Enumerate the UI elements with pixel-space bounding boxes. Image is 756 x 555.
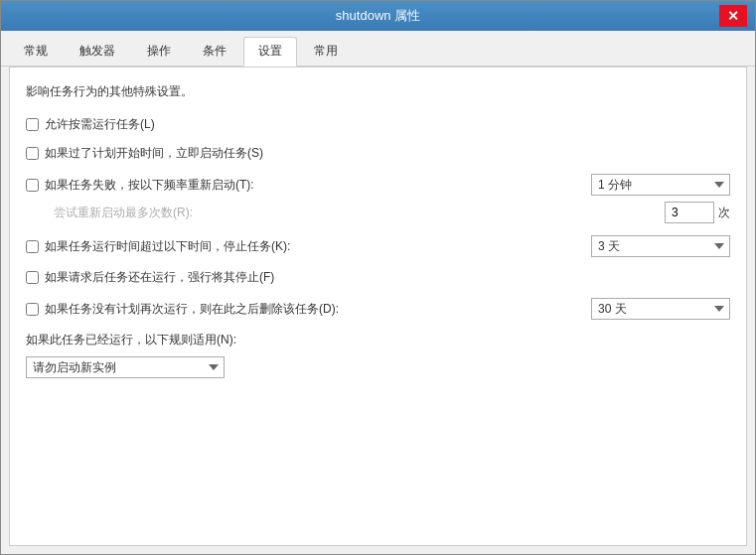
tab-common[interactable]: 常用 — [299, 37, 353, 66]
section-description: 影响任务行为的其他特殊设置。 — [26, 83, 730, 100]
tab-bar: 常规 触发器 操作 条件 设置 常用 — [1, 31, 755, 67]
already-running-section: 如果此任务已经运行，以下规则适用(N): 请勿启动新实例 并行运行新实例 将新实… — [26, 332, 730, 378]
allow-demand-checkbox[interactable] — [26, 118, 39, 131]
stop-long-checkbox[interactable] — [26, 240, 39, 253]
tab-settings[interactable]: 设置 — [243, 37, 297, 67]
retry-count-row: 尝试重新启动最多次数(R): 3 次 — [26, 202, 730, 223]
option-start-asap: 如果过了计划开始时间，立即启动任务(S) — [26, 145, 730, 162]
stop-long-label[interactable]: 如果任务运行时间超过以下时间，停止任务(K): — [26, 238, 290, 255]
start-asap-text: 如果过了计划开始时间，立即启动任务(S) — [45, 145, 263, 162]
delete-no-schedule-select[interactable]: 30 天 60 天 90 天 180 天 365 天 — [591, 298, 730, 320]
stop-long-select[interactable]: 1 小时 2 小时 4 小时 8 小时 12 小时 1 天 3 天 7 天 — [591, 235, 730, 257]
retry-count-unit: 次 — [718, 205, 730, 221]
option-force-stop: 如果请求后任务还在运行，强行将其停止(F) — [26, 269, 730, 286]
tab-condition[interactable]: 条件 — [188, 37, 241, 66]
tab-general[interactable]: 常规 — [9, 37, 63, 66]
start-asap-checkbox[interactable] — [26, 147, 39, 160]
delete-no-schedule-text: 如果任务没有计划再次运行，则在此之后删除该任务(D): — [45, 301, 339, 318]
option-allow-demand: 允许按需运行任务(L) — [26, 116, 730, 133]
force-stop-text: 如果请求后任务还在运行，强行将其停止(F) — [45, 269, 274, 286]
title-bar: shutdown 属性 ✕ — [1, 1, 755, 31]
option-stop-long: 如果任务运行时间超过以下时间，停止任务(K): 1 小时 2 小时 4 小时 8… — [26, 235, 730, 257]
main-window: shutdown 属性 ✕ 常规 触发器 操作 条件 设置 常用 影响任务行为的… — [0, 0, 756, 555]
restart-on-fail-text: 如果任务失败，按以下频率重新启动(T): — [45, 177, 254, 194]
retry-count-input[interactable]: 3 — [665, 202, 714, 223]
restart-on-fail-checkbox[interactable] — [26, 179, 39, 192]
delete-no-schedule-label[interactable]: 如果任务没有计划再次运行，则在此之后删除该任务(D): — [26, 301, 339, 318]
restart-interval-select[interactable]: 1 分钟 5 分钟 10 分钟 15 分钟 30 分钟 1 小时 — [591, 174, 730, 196]
stop-long-text: 如果任务运行时间超过以下时间，停止任务(K): — [45, 238, 290, 255]
allow-demand-label[interactable]: 允许按需运行任务(L) — [26, 116, 155, 133]
close-button[interactable]: ✕ — [719, 5, 747, 27]
already-running-select[interactable]: 请勿启动新实例 并行运行新实例 将新实例排队 停止现有实例 — [26, 356, 225, 378]
start-asap-label[interactable]: 如果过了计划开始时间，立即启动任务(S) — [26, 145, 263, 162]
restart-on-fail-label[interactable]: 如果任务失败，按以下频率重新启动(T): — [26, 177, 254, 194]
window-title: shutdown 属性 — [37, 7, 719, 25]
tab-action[interactable]: 操作 — [132, 37, 186, 66]
option-delete-no-schedule: 如果任务没有计划再次运行，则在此之后删除该任务(D): 30 天 60 天 90… — [26, 298, 730, 320]
retry-count-label: 尝试重新启动最多次数(R): — [54, 205, 665, 221]
force-stop-checkbox[interactable] — [26, 271, 39, 284]
allow-demand-text: 允许按需运行任务(L) — [45, 116, 155, 133]
force-stop-label[interactable]: 如果请求后任务还在运行，强行将其停止(F) — [26, 269, 274, 286]
already-running-label: 如果此任务已经运行，以下规则适用(N): — [26, 332, 730, 348]
tab-trigger[interactable]: 触发器 — [65, 37, 130, 66]
content-area: 影响任务行为的其他特殊设置。 允许按需运行任务(L) 如果过了计划开始时间，立即… — [9, 67, 747, 546]
delete-no-schedule-checkbox[interactable] — [26, 303, 39, 316]
option-restart-on-fail: 如果任务失败，按以下频率重新启动(T): 1 分钟 5 分钟 10 分钟 15 … — [26, 174, 730, 196]
